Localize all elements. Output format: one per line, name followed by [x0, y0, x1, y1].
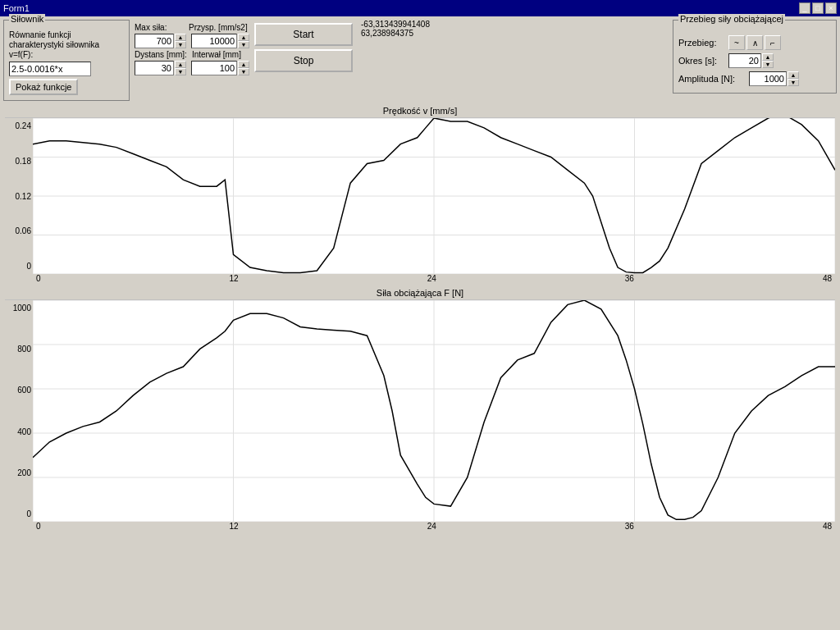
przebieg-icons: ~ ∧ ⌐ — [728, 35, 781, 50]
top-y-labels: 0.24 0.18 0.12 0.06 0 — [5, 118, 33, 274]
top-x-24: 24 — [427, 274, 436, 283]
amplituda-down[interactable]: ▼ — [788, 79, 799, 86]
interwał-up[interactable]: ▲ — [238, 61, 249, 68]
okres-up[interactable]: ▲ — [762, 53, 774, 61]
dystans-up[interactable]: ▲ — [175, 61, 186, 68]
bottom-y-200: 200 — [17, 468, 31, 477]
top-x-12: 12 — [230, 274, 239, 283]
title-bar-controls: _ □ × — [799, 2, 837, 14]
max-sila-down[interactable]: ▼ — [175, 41, 186, 48]
przysp-input[interactable] — [191, 34, 237, 48]
dystans-spinbtns: ▲ ▼ — [175, 61, 186, 75]
przysp-label: Przysp. [mm/s2] — [189, 23, 248, 32]
params-group: Max siła: Przysp. [mm/s2] ▲ ▼ ▲ ▼ — [135, 23, 249, 75]
przysp-spinbtns: ▲ ▼ — [238, 34, 249, 48]
top-x-0: 0 — [36, 274, 41, 283]
bottom-x-labels: 0 12 24 36 48 — [5, 522, 835, 532]
dystans-value-row: ▲ ▼ ▲ ▼ — [135, 61, 249, 75]
bottom-x-12: 12 — [230, 522, 239, 531]
przebieg-text-label: Przebieg: — [678, 38, 724, 48]
max-sila-up[interactable]: ▲ — [175, 34, 186, 41]
interwał-input[interactable] — [191, 61, 237, 75]
max-sila-label: Max siła: — [135, 23, 184, 32]
bottom-x-36: 36 — [625, 522, 634, 531]
bottom-y-labels: 1000 800 600 400 200 0 — [5, 300, 33, 522]
top-x-48: 48 — [823, 274, 832, 283]
wave-square-icon[interactable]: ⌐ — [765, 35, 781, 50]
amplituda-spinbtns: ▲ ▼ — [788, 71, 799, 86]
close-button[interactable]: × — [825, 2, 837, 14]
okres-label: Okres [s]: — [678, 56, 724, 66]
silownik-label: Siłownik — [9, 14, 45, 24]
top-chart-title: Prędkość v [mm/s] — [5, 104, 835, 118]
przysp-spin: ▲ ▼ — [191, 34, 249, 48]
top-chart-inner: 0.24 0.18 0.12 0.06 0 — [5, 118, 835, 274]
func-description: Równanie funkcji charakterystyki siłowni… — [9, 30, 124, 60]
amplituda-up[interactable]: ▲ — [788, 71, 799, 79]
amplituda-input[interactable] — [749, 71, 787, 86]
amplituda-spin: ▲ ▼ — [749, 71, 799, 86]
minimize-button[interactable]: _ — [799, 2, 810, 14]
dystans-input[interactable] — [135, 61, 174, 75]
max-sila-value-row: ▲ ▼ ▲ ▼ — [135, 34, 249, 48]
top-chart-area — [33, 118, 835, 274]
dystans-label-row: Dystans [mm]: Interwał [mm] — [135, 50, 249, 59]
func-input[interactable] — [9, 62, 91, 76]
interwał-spinbtns: ▲ ▼ — [238, 61, 249, 75]
okres-row: Okres [s]: ▲ ▼ — [678, 53, 831, 68]
maximize-button[interactable]: □ — [812, 2, 824, 14]
title-bar-label: Form1 — [3, 3, 30, 13]
bottom-chart-area — [33, 300, 835, 522]
interwał-label: Interwał [mm] — [192, 50, 241, 59]
bottom-chart-inner: 1000 800 600 400 200 0 — [5, 300, 835, 522]
dystans-spin: ▲ ▼ — [135, 61, 186, 75]
top-chart-canvas — [33, 118, 835, 274]
top-y-0: 0 — [26, 262, 31, 271]
przysp-down[interactable]: ▼ — [238, 41, 249, 48]
bottom-chart-title: Siła obciążająca F [N] — [5, 286, 835, 300]
coord-y: 63,238984375 — [361, 29, 430, 38]
top-y-0.06: 0.06 — [16, 226, 31, 235]
max-sila-spin: ▲ ▼ — [135, 34, 186, 48]
coords-display: -63,313439941408 63,238984375 — [361, 20, 430, 38]
coord-x: -63,313439941408 — [361, 20, 430, 29]
start-button[interactable]: Start — [254, 23, 353, 46]
dystans-down[interactable]: ▼ — [175, 68, 186, 75]
bottom-y-1000: 1000 — [13, 304, 31, 313]
interwał-spin: ▲ ▼ — [191, 61, 249, 75]
interwał-down[interactable]: ▼ — [238, 68, 249, 75]
wave-triangle-icon[interactable]: ∧ — [746, 35, 763, 50]
wave-sine-icon[interactable]: ~ — [728, 35, 745, 50]
show-function-button[interactable]: Pokaż funkcje — [9, 79, 78, 95]
top-y-0.18: 0.18 — [16, 157, 31, 166]
przebieg-group: Przebieg siły obciążającej Przebieg: ~ ∧… — [673, 20, 837, 94]
charts-area: Prędkość v [mm/s] 0.24 0.18 0.12 0.06 0 … — [3, 104, 837, 534]
bottom-y-600: 600 — [17, 386, 31, 395]
dystans-label: Dystans [mm]: — [135, 50, 187, 59]
max-sila-spinbtns: ▲ ▼ — [175, 34, 186, 48]
bottom-chart-canvas — [33, 300, 835, 522]
stop-button[interactable]: Stop — [254, 49, 353, 72]
top-chart-wrapper: Prędkość v [mm/s] 0.24 0.18 0.12 0.06 0 … — [5, 104, 835, 285]
bottom-x-48: 48 — [823, 522, 832, 531]
top-x-36: 36 — [625, 274, 634, 283]
przebieg-group-label: Przebieg siły obciążającej — [678, 14, 785, 24]
bottom-y-400: 400 — [17, 427, 31, 436]
toolbar: Siłownik Równanie funkcji charakterystyk… — [3, 20, 837, 101]
bottom-chart-wrapper: Siła obciążająca F [N] 1000 800 600 400 … — [5, 286, 835, 532]
top-y-0.12: 0.12 — [16, 192, 31, 201]
main-area: Siłownik Równanie funkcji charakterystyk… — [0, 16, 840, 537]
przysp-up[interactable]: ▲ — [238, 34, 249, 41]
okres-input[interactable] — [728, 53, 761, 68]
okres-spinbtns: ▲ ▼ — [762, 53, 774, 68]
okres-spin: ▲ ▼ — [728, 53, 774, 68]
action-buttons: Start Stop — [254, 23, 353, 72]
okres-down[interactable]: ▼ — [762, 61, 774, 68]
bottom-y-0: 0 — [26, 509, 31, 518]
bottom-x-24: 24 — [427, 522, 436, 531]
silownik-group: Siłownik Równanie funkcji charakterystyk… — [3, 20, 130, 101]
max-sila-input[interactable] — [135, 34, 174, 48]
amplituda-label: Amplituda [N]: — [678, 74, 744, 84]
max-sila-row: Max siła: Przysp. [mm/s2] — [135, 23, 249, 32]
amplituda-row: Amplituda [N]: ▲ ▼ — [678, 71, 831, 86]
